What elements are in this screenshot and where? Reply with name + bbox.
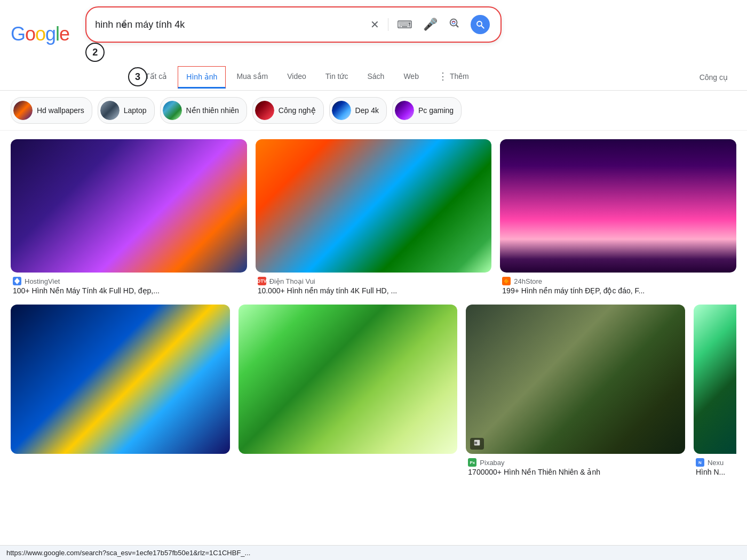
filter-hd-label: Hd wallpapers <box>37 106 84 115</box>
source-logo-3: 🔶 24hStore <box>502 277 734 285</box>
filter-hd-wallpapers[interactable]: Hd wallpapers <box>11 97 92 124</box>
source-title-1: 100+ Hình Nền Máy Tính 4k Full HD, đẹp,.… <box>13 286 245 295</box>
nav-sach-label: Sách <box>367 72 384 81</box>
filter-dep-4k-label: Dep 4k <box>355 106 379 115</box>
nav-video-label: Video <box>287 72 306 81</box>
nav-item-video[interactable]: Video <box>279 66 315 89</box>
source-spacer-5 <box>241 458 456 467</box>
source-logo-2: DTV Điện Thoại Vui <box>258 277 490 285</box>
source-info-5 <box>239 457 458 468</box>
dtv-logo: DTV <box>258 277 266 285</box>
source-spacer-4 <box>13 458 228 467</box>
hosting-viet-logo <box>13 277 21 285</box>
nav-more-label: Thêm <box>450 72 469 81</box>
filter-laptop[interactable]: Laptop <box>98 97 155 124</box>
pixabay-logo: Px <box>468 458 476 467</box>
source-name-3: 24hStore <box>514 277 542 285</box>
search-input[interactable] <box>95 19 363 30</box>
svg-text:▦: ▦ <box>475 441 478 444</box>
search-bar: ✕ ⌨ 🎤 <box>85 6 502 43</box>
filter-thien-nhien-label: Nền thiên nhiên <box>186 106 239 115</box>
source-title-3: 199+ Hình nền máy tính ĐẸP, độc đáo, F..… <box>502 286 734 295</box>
chip-thumb-hd <box>13 101 33 120</box>
image-card-4[interactable] <box>11 305 230 477</box>
voice-button[interactable]: 🎤 <box>421 15 440 34</box>
image-thumb-3 <box>500 139 736 273</box>
filter-thien-nhien[interactable]: Nền thiên nhiên <box>160 97 247 124</box>
source-logo-1: HostingViet <box>13 277 245 285</box>
nav-mua-sam-label: Mua sắm <box>236 72 268 81</box>
chip-thumb-pc-gaming <box>395 101 414 120</box>
logo-g2: g <box>45 23 55 45</box>
search-icon <box>471 15 490 34</box>
filter-dep-4k[interactable]: Dep 4k <box>329 97 387 124</box>
source-title-2: 10.000+ Hình nền máy tính 4K Full HD, ..… <box>258 286 490 295</box>
chip-thumb-laptop <box>100 101 120 120</box>
nav-item-tin-tuc[interactable]: Tin tức <box>317 66 357 89</box>
nav-tin-tuc-label: Tin tức <box>325 72 348 81</box>
search-submit-button[interactable] <box>468 13 492 36</box>
filter-pc-gaming-label: Pc gaming <box>418 106 454 115</box>
source-info-4 <box>11 457 230 468</box>
lens-icon <box>448 17 460 32</box>
source-title-7: Hình N... <box>696 468 734 476</box>
logo-o2: o <box>35 23 45 45</box>
chip-thumb-dep-4k <box>332 101 351 120</box>
image-card-2[interactable]: DTV Điện Thoại Vui 10.000+ Hình nền máy … <box>256 139 492 296</box>
image-overlay-badge: ▦ <box>470 438 484 450</box>
keyboard-button[interactable]: ⌨ <box>395 16 415 33</box>
image-thumb-7 <box>694 305 736 454</box>
filter-bar: Hd wallpapers Laptop Nền thiên nhiên Côn… <box>0 91 747 131</box>
filter-cong-nghe[interactable]: Công nghệ <box>252 97 324 124</box>
nav-item-more[interactable]: ⋮ Thêm <box>430 64 478 90</box>
filter-laptop-label: Laptop <box>124 106 147 115</box>
voice-icon: 🎤 <box>423 18 438 31</box>
status-url: https://www.google.com/search?sca_esv=1e… <box>6 549 250 557</box>
source-title-6: 1700000+ Hình Nền Thiên Nhiên & ảnh <box>468 468 683 476</box>
source-name-6: Pixabay <box>480 459 504 467</box>
image-card-6[interactable]: ▦ Px Pixabay 1700000+ Hình Nền Thiên Nhi… <box>466 305 685 477</box>
search-divider <box>388 18 388 31</box>
keyboard-icon: ⌨ <box>397 18 412 31</box>
source-info-7: N Nexu Hình N... <box>694 457 736 477</box>
source-name-2: Điện Thoại Vui <box>269 277 315 285</box>
source-logo-7: N Nexu <box>696 458 734 467</box>
filter-pc-gaming[interactable]: Pc gaming <box>392 97 462 124</box>
clear-icon: ✕ <box>370 18 379 31</box>
nav-tat-ca-label: Tất cả <box>145 72 167 81</box>
nav-tools[interactable]: Công cụ <box>691 67 736 88</box>
nav-web-label: Web <box>403 72 419 81</box>
logo-o1: o <box>25 23 35 45</box>
image-card-5[interactable] <box>239 305 458 477</box>
svg-point-0 <box>450 19 457 26</box>
source-info-1: HostingViet 100+ Hình Nền Máy Tính 4k Fu… <box>11 276 247 296</box>
source-info-3: 🔶 24hStore 199+ Hình nền máy tính ĐẸP, đ… <box>500 276 736 296</box>
logo-l: l <box>55 23 59 45</box>
header: Google ✕ ⌨ 🎤 <box>0 0 747 62</box>
image-card-7[interactable]: N Nexu Hình N... <box>694 305 736 477</box>
store-logo: 🔶 <box>502 277 511 285</box>
nav-hinh-anh-label: Hình ảnh <box>186 73 217 81</box>
nav-item-hinh-anh[interactable]: Hình ảnh <box>178 66 226 89</box>
chip-thumb-cong-nghe <box>255 101 274 120</box>
image-grid-row2: ▦ Px Pixabay 1700000+ Hình Nền Thiên Nhi… <box>0 305 747 515</box>
status-bar: https://www.google.com/search?sca_esv=1e… <box>0 545 747 560</box>
search-icons: ✕ ⌨ 🎤 <box>368 13 492 36</box>
source-info-2: DTV Điện Thoại Vui 10.000+ Hình nền máy … <box>256 276 492 296</box>
source-info-6: Px Pixabay 1700000+ Hình Nền Thiên Nhiên… <box>466 457 685 477</box>
image-card-1[interactable]: HostingViet 100+ Hình Nền Máy Tính 4k Fu… <box>11 139 247 296</box>
source-name-1: HostingViet <box>25 277 60 285</box>
step3-badge: 3 <box>128 67 147 86</box>
clear-button[interactable]: ✕ <box>368 16 382 33</box>
logo-e: e <box>59 23 69 45</box>
nav-item-sach[interactable]: Sách <box>359 66 393 89</box>
more-dots-icon: ⋮ <box>438 70 448 82</box>
google-logo[interactable]: Google <box>11 23 69 45</box>
image-thumb-5 <box>239 305 458 454</box>
image-thumb-4 <box>11 305 230 454</box>
nav-item-web[interactable]: Web <box>395 66 427 89</box>
chip-thumb-thien-nhien <box>163 101 182 120</box>
image-card-3[interactable]: 🔶 24hStore 199+ Hình nền máy tính ĐẸP, đ… <box>500 139 736 296</box>
nav-item-mua-sam[interactable]: Mua sắm <box>228 66 276 89</box>
lens-button[interactable] <box>446 15 462 34</box>
